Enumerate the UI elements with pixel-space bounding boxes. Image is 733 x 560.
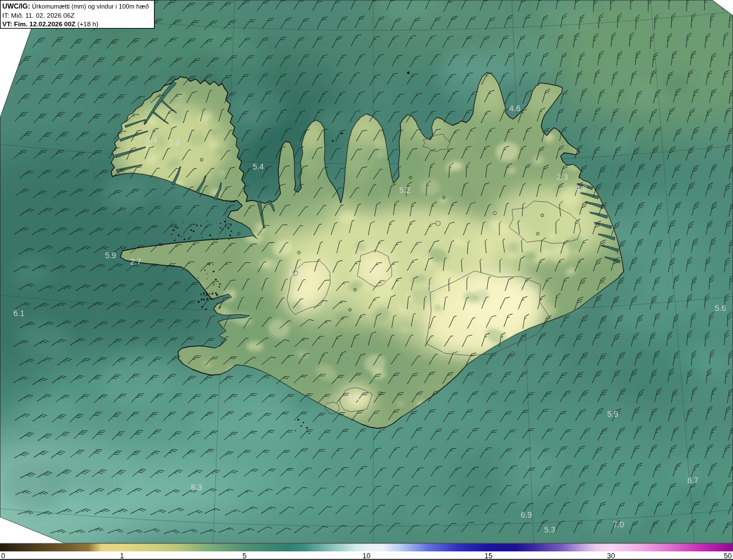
svg-text:1.0: 1.0 xyxy=(428,283,439,293)
svg-text:6.9: 6.9 xyxy=(521,510,532,519)
svg-text:7.0: 7.0 xyxy=(613,520,624,529)
svg-text:5.2: 5.2 xyxy=(399,186,411,195)
svg-text:4.6: 4.6 xyxy=(509,104,521,113)
svg-text:UWC/IG: Úrkomumætti (mm) og vi: UWC/IG: Úrkomumætti (mm) og vindur i 100… xyxy=(2,2,149,10)
svg-text:1.3: 1.3 xyxy=(348,393,360,402)
svg-text:2.9: 2.9 xyxy=(168,138,180,147)
svg-text:1: 1 xyxy=(120,552,124,560)
svg-text:8.3: 8.3 xyxy=(191,483,202,492)
svg-text:IT: Mið. 11. 02. 2026 06Z: IT: Mið. 11. 02. 2026 06Z xyxy=(2,12,74,19)
svg-text:5.9: 5.9 xyxy=(105,251,116,260)
svg-text:VT: Fim. 12.02.2026 00Z (+18 h: VT: Fim. 12.02.2026 00Z (+18 h) xyxy=(2,21,98,27)
svg-text:2.3: 2.3 xyxy=(557,172,568,182)
svg-text:5.3: 5.3 xyxy=(544,525,555,534)
svg-text:10: 10 xyxy=(362,552,371,560)
svg-text:50: 50 xyxy=(724,552,732,560)
svg-text:0: 0 xyxy=(1,552,5,560)
svg-text:5: 5 xyxy=(243,552,247,560)
svg-text:4.8: 4.8 xyxy=(576,184,587,193)
svg-text:30: 30 xyxy=(607,552,615,560)
svg-text:5.4: 5.4 xyxy=(253,162,264,171)
svg-text:5.6: 5.6 xyxy=(715,303,726,313)
svg-text:6.1: 6.1 xyxy=(13,309,25,318)
svg-text:15: 15 xyxy=(484,552,492,560)
svg-text:1.0: 1.0 xyxy=(288,267,299,277)
svg-text:1.2: 1.2 xyxy=(361,266,373,275)
svg-text:2.7: 2.7 xyxy=(130,257,141,266)
svg-text:5.9: 5.9 xyxy=(607,409,618,419)
svg-text:5.4: 5.4 xyxy=(146,135,157,144)
svg-text:6.7: 6.7 xyxy=(687,476,699,485)
